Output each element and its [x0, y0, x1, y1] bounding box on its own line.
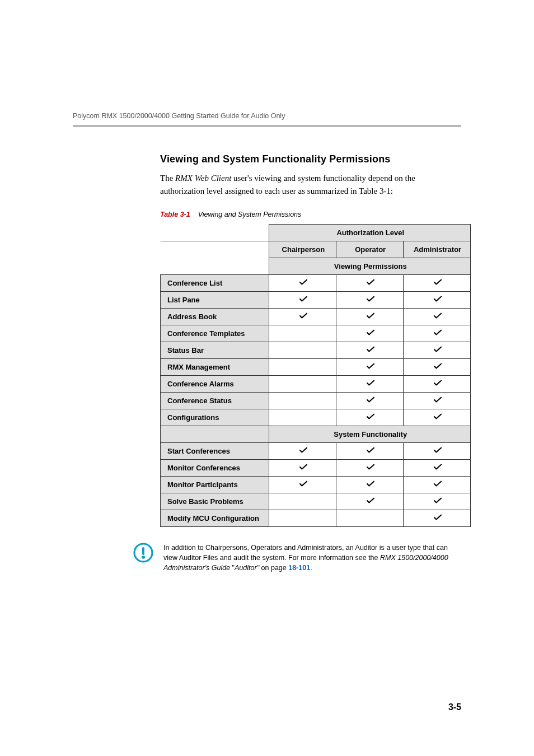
col-header-chairperson: Chairperson	[269, 241, 336, 258]
note-period: .	[310, 564, 312, 572]
permission-cell	[404, 392, 471, 409]
row-label: Configurations	[161, 409, 269, 426]
check-icon	[434, 380, 442, 388]
permission-cell	[336, 442, 404, 459]
svg-rect-1	[142, 547, 144, 555]
page-number: 3-5	[448, 702, 461, 712]
col-header-auth-level: Authorization Level	[269, 224, 471, 241]
table-row: Address Book	[161, 308, 471, 325]
permissions-table: Authorization Level Chairperson Operator…	[160, 224, 471, 527]
permission-cell	[269, 392, 336, 409]
note-page-link[interactable]: 18-101	[288, 564, 310, 572]
permission-cell	[269, 325, 336, 342]
check-icon	[367, 346, 374, 354]
section-header-viewing: Viewing Permissions	[269, 258, 471, 274]
permission-cell	[404, 274, 471, 291]
check-icon	[367, 329, 374, 338]
permission-cell	[336, 459, 404, 476]
check-icon	[434, 480, 442, 489]
table-row: List Pane	[161, 291, 471, 308]
permission-cell	[269, 291, 336, 308]
permission-cell	[336, 409, 404, 426]
table-row: Monitor Participants	[161, 476, 471, 493]
table-blank-corner	[161, 224, 269, 241]
check-icon	[367, 396, 374, 405]
permission-cell	[336, 493, 404, 510]
check-icon	[299, 464, 307, 472]
table-row: Solve Basic Problems	[161, 493, 471, 510]
row-label: Monitor Participants	[161, 476, 269, 493]
check-icon	[434, 497, 442, 506]
table-row: Conference List	[161, 274, 471, 291]
note-italic-auditor: Auditor"	[235, 564, 259, 572]
check-icon	[434, 464, 442, 472]
section-heading: Viewing and System Functionality Permiss…	[160, 153, 461, 165]
table-row: Modify MCU Configuration	[161, 510, 471, 526]
note-block: In addition to Chairpersons, Operators a…	[133, 543, 461, 573]
permission-cell	[404, 308, 471, 325]
permission-cell	[269, 358, 336, 375]
check-icon	[367, 413, 374, 422]
permission-cell	[269, 308, 336, 325]
permission-cell	[269, 409, 336, 426]
running-header: Polycom RMX 1500/2000/4000 Getting Start…	[73, 112, 461, 120]
col-header-administrator: Administrator	[404, 241, 471, 258]
permission-cell	[336, 358, 404, 375]
check-icon	[299, 447, 307, 455]
table-row: Status Bar	[161, 342, 471, 358]
permission-cell	[336, 325, 404, 342]
check-icon	[434, 447, 442, 455]
permission-cell	[404, 493, 471, 510]
check-icon	[434, 329, 442, 338]
permission-cell	[404, 291, 471, 308]
header-rule	[73, 125, 461, 127]
permission-cell	[336, 392, 404, 409]
check-icon	[367, 279, 374, 287]
check-icon	[367, 497, 374, 506]
check-icon	[434, 312, 442, 321]
permission-cell	[404, 510, 471, 526]
permission-cell	[404, 375, 471, 392]
permission-cell	[336, 274, 404, 291]
check-icon	[299, 480, 307, 489]
table-blank-corner-3	[161, 258, 269, 274]
check-icon	[299, 312, 307, 321]
permission-cell	[269, 442, 336, 459]
svg-point-2	[142, 556, 145, 559]
permission-cell	[404, 342, 471, 358]
row-label: Solve Basic Problems	[161, 493, 269, 510]
row-label: Start Conferences	[161, 442, 269, 459]
check-icon	[299, 279, 307, 287]
intro-italic: RMX Web Client	[175, 174, 231, 183]
check-icon	[434, 413, 442, 422]
permission-cell	[269, 459, 336, 476]
row-label: Conference Alarms	[161, 375, 269, 392]
permission-cell	[269, 342, 336, 358]
permission-cell	[404, 459, 471, 476]
row-label: RMX Management	[161, 358, 269, 375]
check-icon	[367, 296, 374, 304]
check-icon	[434, 279, 442, 287]
permission-cell	[404, 442, 471, 459]
permission-cell	[336, 375, 404, 392]
check-icon	[367, 363, 374, 371]
permission-cell	[336, 510, 404, 526]
note-after: on page	[259, 564, 288, 572]
note-mid: "	[230, 564, 235, 572]
permission-cell	[269, 510, 336, 526]
check-icon	[367, 312, 374, 321]
table-row: Conference Status	[161, 392, 471, 409]
permission-cell	[336, 476, 404, 493]
table-row: Monitor Conferences	[161, 459, 471, 476]
permission-cell	[269, 476, 336, 493]
table-number: Table 3-1	[160, 211, 190, 218]
col-header-operator: Operator	[336, 241, 404, 258]
table-caption: Table 3-1Viewing and System Permissions	[160, 211, 461, 218]
check-icon	[367, 447, 374, 455]
check-icon	[434, 346, 442, 354]
table-row: Conference Alarms	[161, 375, 471, 392]
check-icon	[299, 296, 307, 304]
table-blank-corner-2	[161, 241, 269, 258]
permission-cell	[404, 409, 471, 426]
permission-cell	[336, 342, 404, 358]
